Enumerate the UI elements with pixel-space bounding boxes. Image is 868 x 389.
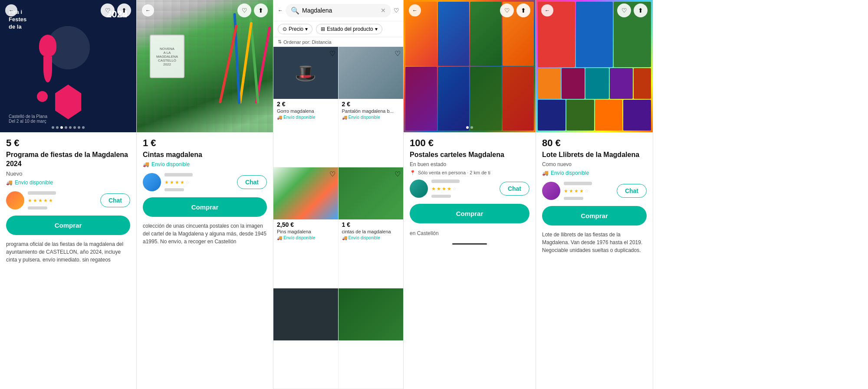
buy-button-2[interactable]: Comprar xyxy=(143,197,267,217)
sort-icon: ⇅ xyxy=(278,39,282,45)
result-img-cintas2 xyxy=(339,167,404,219)
back-button-2[interactable]: ← xyxy=(142,4,154,16)
fav-pantalon[interactable]: ♡ xyxy=(395,49,401,58)
result-img-pins xyxy=(273,167,338,219)
seller-row-2: ★ ★ ★ ★ ☆ Chat xyxy=(143,172,267,193)
buy-button-5[interactable]: Comprar xyxy=(542,206,647,226)
location-icon-4: 📍 xyxy=(410,170,416,176)
seller-name-blur-4 xyxy=(431,180,460,183)
share-icon-1: ⬆ xyxy=(122,7,127,14)
panel-postales: ← ♡ ⬆ 100 € Postales carteles Magdalena … xyxy=(404,0,536,389)
truck-icon-5: 🚚 xyxy=(542,170,549,176)
title-5: Lote Llibrets de la Magdalena xyxy=(542,150,647,160)
heart-icon-3: ♡ xyxy=(394,7,399,14)
condition-1: Nuevo xyxy=(6,170,130,177)
avatar-1 xyxy=(6,191,24,209)
filter-icon-2: ⊞ xyxy=(321,26,325,32)
back-button-5[interactable]: ← xyxy=(541,4,553,16)
heart-icon-2: ♡ xyxy=(242,7,247,14)
result-img-traje xyxy=(273,288,338,340)
search-input[interactable] xyxy=(302,7,378,14)
ship-gorro: 🚚 Envío disponible xyxy=(273,114,338,122)
fav-cintas2[interactable]: ♡ xyxy=(395,170,401,178)
seller-row-1: ★ ★ ★ ★ ★ Chat xyxy=(6,190,130,211)
shipping-1: 🚚 Envío disponible xyxy=(6,180,130,186)
share-button-2[interactable]: ⬆ xyxy=(254,3,268,17)
avatar-5 xyxy=(542,182,560,200)
title-4: Postales carteles Magdalena xyxy=(410,150,529,160)
share-icon-4: ⬆ xyxy=(521,7,526,14)
share-button-1[interactable]: ⬆ xyxy=(117,3,131,17)
result-img-gorro xyxy=(273,47,338,99)
result-img-cintas3 xyxy=(339,288,404,340)
heart-icon-5: ♡ xyxy=(621,7,627,14)
search-input-wrapper[interactable]: 🔍 ✕ xyxy=(286,4,391,17)
sort-row[interactable]: ⇅ Ordenar por: Distancia xyxy=(273,37,403,47)
share-button-5[interactable]: ⬆ xyxy=(634,3,648,17)
buy-button-4[interactable]: Comprar xyxy=(410,204,529,223)
panel-llibrets: ← ♡ ⬆ 80 € Lote Llibrets de la Magdalena… xyxy=(536,0,653,389)
result-card-cintas2[interactable]: ♡ 1 € cintas de la magdalena 🚚 Envío dis… xyxy=(339,167,404,288)
back-button-4[interactable]: ← xyxy=(409,4,421,16)
panel-4-content: 100 € Postales carteles Magdalena En bue… xyxy=(404,132,536,389)
name-traje xyxy=(273,342,338,344)
back-icon-1: ← xyxy=(9,7,14,13)
seller-name-blur-1 xyxy=(28,191,56,195)
chat-button-4[interactable]: Chat xyxy=(500,182,529,196)
seller-reviews-blur-1 xyxy=(28,206,47,209)
price-cintas2: 1 € xyxy=(342,221,350,228)
panel-5-content: 80 € Lote Llibrets de la Magdalena Como … xyxy=(536,132,653,389)
back-button-1[interactable]: ← xyxy=(5,4,17,16)
avatar-2 xyxy=(143,173,161,191)
price-filter-chip[interactable]: ⊙ Precio ▾ xyxy=(278,24,312,34)
price-5: 80 € xyxy=(542,137,647,149)
buy-button-1[interactable]: Comprar xyxy=(6,216,130,235)
top-bar-1: ← ♡ ⬆ xyxy=(0,0,136,21)
chat-button-2[interactable]: Chat xyxy=(237,175,267,189)
scroll-indicator xyxy=(452,243,487,245)
truck-icon-2: 🚚 xyxy=(143,161,149,167)
location-text-4: en Castellón xyxy=(410,230,529,236)
chevron-down-icon-price: ▾ xyxy=(305,26,308,32)
top-bar-4: ← ♡ ⬆ xyxy=(404,0,536,21)
price-gorro: 2 € xyxy=(277,101,285,108)
share-icon-2: ⬆ xyxy=(258,7,263,14)
truck-icon-1: 🚚 xyxy=(6,180,13,186)
condition-4: En buen estado xyxy=(410,161,529,167)
chat-button-5[interactable]: Chat xyxy=(617,184,647,198)
filter-icon: ⊙ xyxy=(283,26,287,32)
heart-icon-4: ♡ xyxy=(504,7,510,14)
ship-pins: 🚚 Envío disponible xyxy=(273,235,338,243)
panel-2-content: 1 € Cintas magdalena 🚚 Envío disponible … xyxy=(137,132,273,389)
seller-reviews-blur-5 xyxy=(564,197,583,200)
share-button-4[interactable]: ⬆ xyxy=(516,3,530,17)
back-icon-4: ← xyxy=(412,7,418,13)
result-card-cintas3[interactable] xyxy=(339,288,404,389)
favorite-button-5[interactable]: ♡ xyxy=(617,3,631,17)
favorite-button-4[interactable]: ♡ xyxy=(500,3,514,17)
back-icon-5: ← xyxy=(545,7,550,13)
fav-gorro[interactable]: ♡ xyxy=(329,49,335,58)
ship-cintas2: 🚚 Envío disponible xyxy=(339,235,404,243)
panel-1-content: 5 € Programa de fiestas de la Magdalena … xyxy=(0,132,136,389)
result-card-traje[interactable] xyxy=(273,288,339,389)
search-favorite-button[interactable]: ♡ xyxy=(394,3,399,17)
result-card-pantalon[interactable]: ♡ 2 € Pantalón magdalena b... 🚚 Envío di… xyxy=(339,47,404,167)
search-back-button[interactable]: ← xyxy=(278,4,283,16)
result-card-pins[interactable]: ♡ 2,50 € Pins magdalena 🚚 Envío disponib… xyxy=(273,167,339,288)
seller-name-blur-5 xyxy=(564,182,592,185)
avatar-4 xyxy=(410,180,428,198)
back-icon-3: ← xyxy=(278,7,283,13)
favorite-button-2[interactable]: ♡ xyxy=(237,3,251,17)
result-img-pantalon xyxy=(339,47,404,99)
seller-name-blur-2 xyxy=(164,173,193,177)
fav-pins[interactable]: ♡ xyxy=(329,170,335,178)
share-icon-5: ⬆ xyxy=(638,7,643,14)
condition-filter-chip[interactable]: ⊞ Estado del producto ▾ xyxy=(316,24,382,34)
name-cintas2: cintas de la magdalena xyxy=(339,228,404,235)
seller-reviews-blur-2 xyxy=(164,188,184,191)
clear-search-button[interactable]: ✕ xyxy=(381,7,386,14)
chat-button-1[interactable]: Chat xyxy=(100,193,130,207)
favorite-button-1[interactable]: ♡ xyxy=(101,3,115,17)
result-card-gorro[interactable]: ♡ 2 € Gorro magdalena 🚚 Envío disponible xyxy=(273,47,339,167)
